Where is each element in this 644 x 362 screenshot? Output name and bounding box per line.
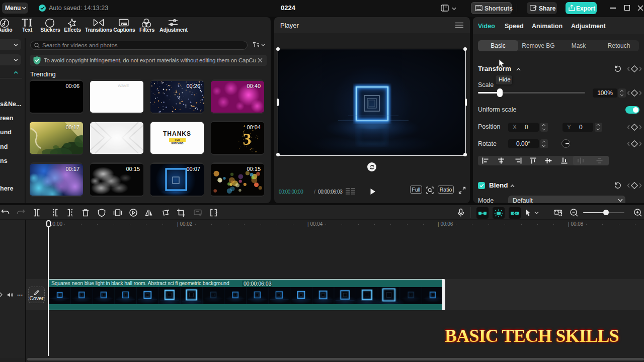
svg-text:3: 3	[243, 130, 252, 148]
